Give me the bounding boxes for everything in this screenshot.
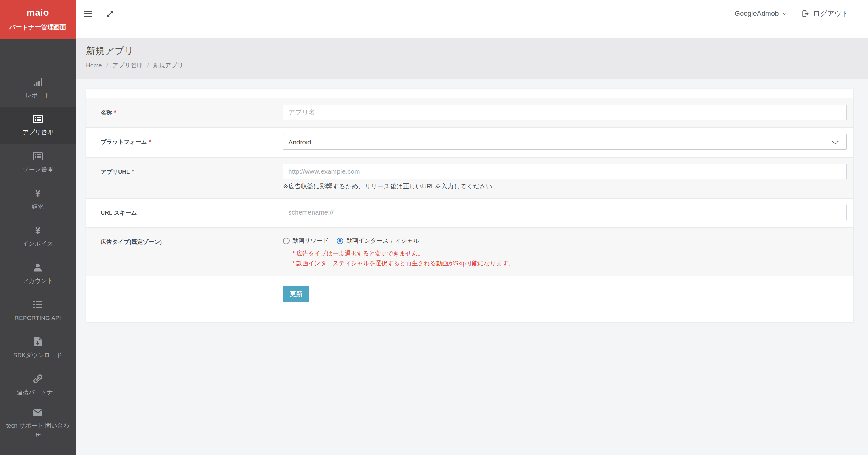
ad-type-radio-group: 動画リワード 動画インタースティシャル (283, 234, 846, 245)
logout-label: ログアウト (813, 9, 848, 18)
sidebar-item-label: レポート (26, 91, 50, 100)
app-url-field-label: アプリURL* (101, 164, 283, 175)
platform-field-label: プラットフォーム* (101, 134, 283, 146)
breadcrumb-current: 新規アプリ (153, 61, 184, 69)
hamburger-icon (84, 11, 92, 17)
app-url-input[interactable] (283, 164, 846, 179)
page-header: 新規アプリ Home / アプリ管理 / 新規アプリ (75, 38, 868, 79)
sidebar-item-label: REPORTING API (14, 314, 61, 323)
sidebar-item-label: tech サポート 問い合わせ (6, 421, 70, 439)
account-menu-label: GoogleAdmob (735, 9, 779, 18)
required-mark: * (131, 169, 134, 175)
yen-icon: ¥ (35, 188, 40, 198)
form-row-url-scheme: URL スキーム (86, 198, 853, 228)
platform-select[interactable]: Android (283, 134, 846, 150)
submit-button[interactable]: 更新 (283, 286, 309, 302)
list-alt-icon (33, 114, 43, 124)
menu-toggle-button[interactable] (84, 10, 92, 18)
sidebar-item-report[interactable]: レポート (0, 70, 75, 107)
file-download-icon (34, 337, 42, 347)
breadcrumb-app-management[interactable]: アプリ管理 (112, 61, 143, 69)
form-panel: 名称* プラットフォーム* Android アプリURL* (86, 89, 853, 322)
sidebar-item-label: 請求 (32, 202, 44, 212)
sidebar-item-app-management[interactable]: アプリ管理 (0, 107, 75, 144)
warning-line: * 動画インタースティシャルを選択すると再生される動画がSkip可能になります。 (292, 258, 846, 268)
expand-icon (106, 10, 114, 18)
form-row-submit: 更新 (86, 276, 853, 322)
envelope-icon (33, 407, 42, 417)
logo-subtitle: パートナー管理画面 (9, 23, 66, 31)
breadcrumb-home[interactable]: Home (86, 62, 102, 69)
form-row-platform: プラットフォーム* Android (86, 127, 853, 157)
fullscreen-button[interactable] (105, 9, 114, 18)
page-title: 新規アプリ (86, 45, 868, 58)
sidebar-item-label: ゾーン管理 (23, 165, 53, 174)
main-content: 新規アプリ Home / アプリ管理 / 新規アプリ 名称* プラットフォーム* (75, 38, 868, 322)
radio-video-reward-input[interactable] (283, 237, 289, 244)
logout-button[interactable]: ログアウト (802, 9, 848, 18)
ad-type-warnings: * 広告タイプは一度選択すると変更できません。 * 動画インタースティシャルを選… (292, 249, 846, 268)
top-header: GoogleAdmob ログアウト (75, 0, 868, 38)
warning-line: * 広告タイプは一度選択すると変更できません。 (292, 249, 846, 258)
radio-video-interstitial-input[interactable] (337, 237, 343, 244)
app-name-input[interactable] (283, 105, 846, 120)
sidebar-item-label: 連携パートナー (17, 388, 59, 397)
required-mark: * (149, 139, 151, 145)
app-url-help-text: ※広告収益に影響するため、リリース後は正しいURLを入力してください。 (283, 182, 846, 191)
radio-label: 動画インタースティシャル (346, 237, 419, 245)
sign-out-icon (802, 10, 809, 17)
sidebar-item-billing[interactable]: ¥ 請求 (0, 181, 75, 218)
sidebar: maio パートナー管理画面 レポート (0, 0, 75, 455)
app-logo: maio パートナー管理画面 (0, 0, 75, 39)
breadcrumb: Home / アプリ管理 / 新規アプリ (86, 61, 868, 69)
bar-chart-icon (33, 77, 42, 87)
logo-title: maio (26, 7, 49, 18)
sidebar-item-zone-management[interactable]: ゾーン管理 (0, 144, 75, 181)
ad-type-field-label: 広告タイプ(既定ゾーン) (101, 234, 283, 246)
form-row-name: 名称* (86, 98, 853, 127)
sidebar-item-account[interactable]: アカウント (0, 256, 75, 293)
radio-label: 動画リワード (292, 237, 329, 245)
sidebar-item-label: SDKダウンロード (13, 351, 62, 360)
link-icon (33, 374, 42, 384)
sidebar-item-tech-support[interactable]: tech サポート 問い合わせ (0, 404, 75, 443)
breadcrumb-separator: / (147, 62, 149, 69)
sidebar-item-partners[interactable]: 連携パートナー (0, 367, 75, 404)
sidebar-item-reporting-api[interactable]: REPORTING API (0, 293, 75, 330)
form-row-ad-type: 広告タイプ(既定ゾーン) 動画リワード 動画インタースティシャル * 広告タイプ… (86, 228, 853, 276)
list-alt-icon (33, 151, 43, 161)
sidebar-item-sdk-download[interactable]: SDKダウンロード (0, 330, 75, 367)
list-icon (33, 299, 42, 310)
chevron-down-icon (782, 11, 787, 15)
breadcrumb-separator: / (106, 62, 108, 69)
user-icon (33, 262, 42, 272)
url-scheme-input[interactable] (283, 205, 846, 220)
required-mark: * (114, 109, 116, 116)
sidebar-nav: レポート アプリ管理 (0, 70, 75, 443)
platform-select-wrap: Android (283, 134, 846, 150)
yen-icon: ¥ (35, 225, 40, 235)
url-scheme-field-label: URL スキーム (101, 205, 283, 217)
radio-video-interstitial[interactable]: 動画インタースティシャル (337, 237, 419, 245)
sidebar-item-invoice[interactable]: ¥ インボイス (0, 218, 75, 256)
sidebar-item-label: アカウント (22, 277, 53, 286)
name-field-label: 名称* (101, 105, 283, 117)
sidebar-item-label: インボイス (22, 239, 53, 249)
sidebar-item-label: アプリ管理 (23, 128, 53, 137)
form-row-app-url: アプリURL* ※広告収益に影響するため、リリース後は正しいURLを入力してくだ… (86, 157, 853, 198)
account-menu[interactable]: GoogleAdmob (735, 9, 786, 18)
radio-video-reward[interactable]: 動画リワード (283, 237, 329, 245)
